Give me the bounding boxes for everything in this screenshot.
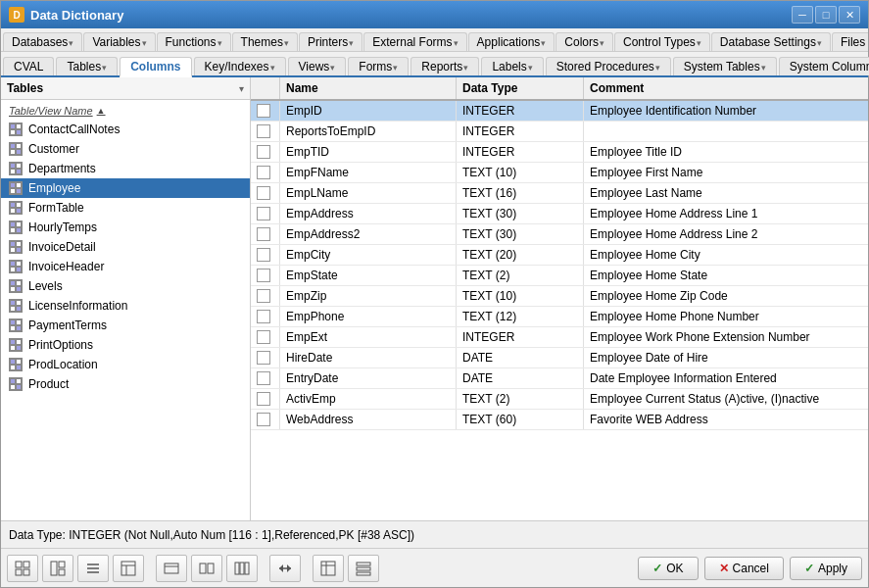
col-row-hiredate[interactable]: HireDate DATE Employee Date of Hire: [251, 348, 868, 368]
checkbox-emplname[interactable]: [257, 186, 270, 200]
col-row-empaddress[interactable]: EmpAddress TEXT (30) Employee Home Addre…: [251, 204, 868, 224]
sub-tab-forms[interactable]: Forms▾: [348, 57, 409, 75]
toolbar-btn-8[interactable]: [269, 555, 301, 582]
sub-tab-keyindexes[interactable]: Key/Indexes▾: [194, 57, 286, 75]
col-row-emplname[interactable]: EmpLName TEXT (16) Employee Last Name: [251, 183, 868, 204]
cancel-button[interactable]: ✕ Cancel: [704, 557, 784, 580]
apply-button[interactable]: ✓ Apply: [790, 557, 862, 580]
col-row-activemp[interactable]: ActivEmp TEXT (2) Employee Current Statu…: [251, 389, 868, 410]
col-row-entrydate[interactable]: EntryDate DATE Date Employee Information…: [251, 368, 868, 389]
checkbox-empcity[interactable]: [257, 248, 270, 262]
checkbox-emptid[interactable]: [257, 145, 270, 159]
table-grid-icon: [9, 358, 23, 371]
menu-tab-applications[interactable]: Applications▾: [468, 32, 555, 51]
col-row-empcity[interactable]: EmpCity TEXT (20) Employee Home City: [251, 245, 868, 266]
minimize-button[interactable]: ─: [792, 6, 813, 24]
sub-tab-views[interactable]: Views▾: [288, 57, 347, 75]
col-name-emplname: EmpLName: [280, 183, 457, 203]
toolbar-btn-9[interactable]: [313, 555, 344, 582]
col-header-type: Data Type: [457, 77, 584, 99]
sub-tab-system-tables[interactable]: System Tables▾: [673, 57, 777, 75]
col-row-empext[interactable]: EmpExt INTEGER Employee Work Phone Exten…: [251, 327, 868, 348]
menu-tab-external-forms[interactable]: External Forms▾: [363, 32, 466, 51]
col-row-empfname[interactable]: EmpFName TEXT (10) Employee First Name: [251, 163, 868, 183]
table-item-hourlytemps[interactable]: HourlyTemps: [1, 218, 250, 237]
col-row-empaddress2[interactable]: EmpAddress2 TEXT (30) Employee Home Addr…: [251, 224, 868, 245]
col-row-reportstoemptid[interactable]: ReportsToEmpID INTEGER: [251, 122, 868, 142]
col-row-empphone[interactable]: EmpPhone TEXT (12) Employee Home Phone N…: [251, 307, 868, 327]
menu-tab-colors[interactable]: Colors▾: [555, 32, 613, 51]
col-row-empstate[interactable]: EmpState TEXT (2) Employee Home State: [251, 266, 868, 286]
sub-tab-reports[interactable]: Reports▾: [410, 57, 479, 75]
table-item-prodlocation[interactable]: ProdLocation: [1, 355, 250, 374]
table-item-customer[interactable]: Customer: [1, 139, 250, 159]
checkbox-empstate[interactable]: [257, 269, 270, 282]
close-button[interactable]: ✕: [839, 6, 860, 24]
table-item-employee[interactable]: Employee: [1, 178, 250, 198]
menu-tab-control-types[interactable]: Control Types▾: [614, 32, 710, 51]
menu-tab-functions[interactable]: Functions▾: [157, 32, 231, 51]
checkbox-activemp[interactable]: [257, 392, 270, 406]
tables-dropdown-icon[interactable]: ▾: [239, 83, 244, 94]
col-row-webaddress[interactable]: WebAddress TEXT (60) Favorite WEB Addres…: [251, 410, 868, 430]
sub-tab-stored-procedures[interactable]: Stored Procedures▾: [546, 57, 671, 75]
tables-header: Tables ▾: [1, 77, 250, 100]
table-item-printoptions[interactable]: PrintOptions: [1, 335, 250, 355]
table-item-licenseinformation[interactable]: LicenseInformation: [1, 296, 250, 316]
checkbox-empid[interactable]: [257, 104, 270, 118]
menu-tab-databases[interactable]: Databases▾: [3, 32, 82, 51]
checkbox-empaddress2[interactable]: [257, 227, 270, 241]
toolbar-btn-5[interactable]: [156, 555, 187, 582]
table-grid-icon: [9, 162, 23, 175]
table-item-contactcallnotes[interactable]: ContactCallNotes: [1, 120, 250, 139]
checkbox-entrydate[interactable]: [257, 371, 270, 385]
themes-arrow-icon: ▾: [284, 38, 289, 48]
menu-tab-variables[interactable]: Variables▾: [83, 32, 155, 51]
checkbox-webaddress[interactable]: [257, 413, 270, 426]
toolbar-btn-10[interactable]: [348, 555, 379, 582]
col-check-empphone: [251, 307, 280, 326]
menu-tab-files[interactable]: Files: [832, 32, 868, 51]
col-row-empzip[interactable]: EmpZip TEXT (10) Employee Home Zip Code: [251, 286, 868, 307]
col-check-empid: [251, 101, 280, 121]
menu-tab-printers[interactable]: Printers▾: [299, 32, 362, 51]
grid-split-icon: [50, 561, 66, 576]
checkbox-empaddress[interactable]: [257, 207, 270, 220]
table-item-levels[interactable]: Levels: [1, 276, 250, 296]
toolbar-btn-3[interactable]: [77, 555, 109, 582]
table-item-invoiceheader[interactable]: InvoiceHeader: [1, 257, 250, 276]
table-item-paymentterms[interactable]: PaymentTerms: [1, 316, 250, 335]
menu-tab-database-settings[interactable]: Database Settings▾: [711, 32, 831, 51]
col-row-emptid[interactable]: EmpTID INTEGER Employee Title ID: [251, 142, 868, 163]
table-view-name-header[interactable]: Table/View Name ▲: [1, 102, 250, 120]
sub-tab-labels[interactable]: Labels▾: [481, 57, 543, 75]
checkbox-empphone[interactable]: [257, 310, 270, 323]
sub-tab-tables[interactable]: Tables▾: [56, 57, 118, 75]
db-settings-arrow-icon: ▾: [817, 38, 822, 48]
sub-tab-columns[interactable]: Columns: [120, 57, 191, 77]
menu-tab-themes[interactable]: Themes▾: [232, 32, 298, 51]
cancel-x-icon: ✕: [719, 562, 729, 575]
checkbox-empfname[interactable]: [257, 166, 270, 179]
checkbox-hiredate[interactable]: [257, 351, 270, 365]
table-item-formtable[interactable]: FormTable: [1, 198, 250, 218]
views-arrow-icon: ▾: [330, 63, 335, 73]
col-row-empid[interactable]: EmpID INTEGER Employee Identification Nu…: [251, 101, 868, 122]
toolbar-btn-2[interactable]: [42, 555, 73, 582]
table-grid-icon: [9, 338, 23, 352]
toolbar-btn-7[interactable]: [226, 555, 258, 582]
sub-tab-cval[interactable]: CVAL: [3, 57, 54, 75]
checkbox-empzip[interactable]: [257, 289, 270, 303]
table-item-departments[interactable]: Departments: [1, 159, 250, 178]
col-comment-empext: Employee Work Phone Extension Number: [584, 327, 868, 347]
checkbox-empext[interactable]: [257, 330, 270, 344]
sub-tab-system-columns[interactable]: System Columns▾: [779, 57, 869, 75]
toolbar-btn-6[interactable]: [191, 555, 222, 582]
ok-button[interactable]: ✓ OK: [638, 557, 698, 580]
table-item-product[interactable]: Product: [1, 374, 250, 394]
checkbox-reportstoempid[interactable]: [257, 124, 270, 138]
toolbar-btn-4[interactable]: [113, 555, 144, 582]
table-item-invoicedetail[interactable]: InvoiceDetail: [1, 237, 250, 257]
maximize-button[interactable]: □: [815, 6, 837, 24]
toolbar-btn-1[interactable]: [7, 555, 38, 582]
